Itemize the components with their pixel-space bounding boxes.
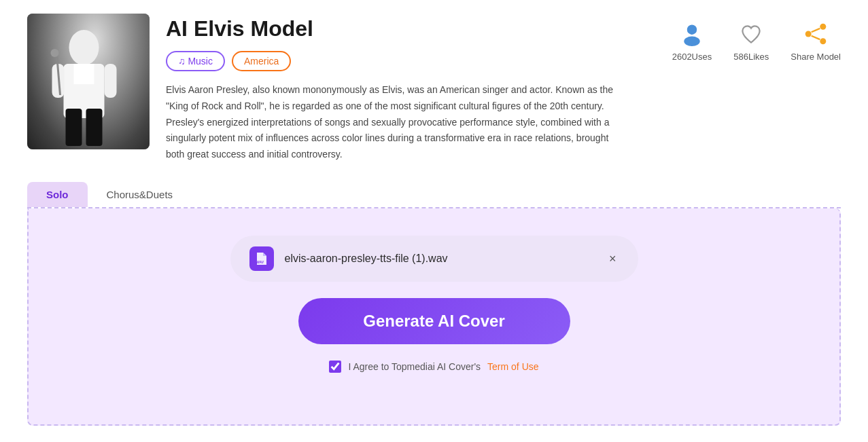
svg-point-8 bbox=[51, 49, 59, 57]
heart-icon bbox=[737, 20, 765, 48]
model-image bbox=[27, 14, 150, 149]
tags-container: ♫ Music America bbox=[166, 51, 656, 71]
main-content: WAV elvis-aaron-presley-tts-file (1).wav… bbox=[27, 208, 841, 426]
tag-music[interactable]: ♫ Music bbox=[166, 51, 225, 71]
uses-stat[interactable]: 2602Uses bbox=[672, 20, 712, 62]
tab-chorus-duets[interactable]: Chorus&Duets bbox=[88, 182, 192, 207]
model-title: AI Elvis Model bbox=[166, 16, 656, 41]
share-label: Share Model bbox=[791, 52, 841, 62]
svg-line-15 bbox=[812, 36, 820, 39]
svg-point-9 bbox=[687, 25, 697, 35]
tab-solo[interactable]: Solo bbox=[27, 182, 88, 207]
svg-point-12 bbox=[820, 38, 826, 44]
stats-section: 2602Uses 586Likes bbox=[672, 14, 841, 62]
file-icon: WAV bbox=[249, 246, 274, 271]
page-container: AI Elvis Model ♫ Music America Elvis Aar… bbox=[0, 0, 868, 439]
svg-point-13 bbox=[805, 31, 812, 37]
svg-point-10 bbox=[684, 37, 699, 46]
terms-link[interactable]: Term of Use bbox=[487, 361, 538, 372]
terms-text: I Agree to Topmediai AI Cover's bbox=[348, 361, 481, 372]
terms-row: I Agree to Topmediai AI Cover's Term of … bbox=[329, 361, 538, 373]
svg-text:WAV: WAV bbox=[256, 260, 264, 264]
terms-checkbox[interactable] bbox=[329, 361, 341, 373]
svg-rect-2 bbox=[74, 64, 94, 84]
model-description: Elvis Aaron Presley, also known mononymo… bbox=[166, 82, 628, 163]
svg-point-0 bbox=[69, 30, 99, 65]
file-name: elvis-aaron-presley-tts-file (1).wav bbox=[285, 253, 595, 265]
generate-ai-cover-button[interactable]: Generate AI Cover bbox=[298, 298, 570, 344]
header-section: AI Elvis Model ♫ Music America Elvis Aar… bbox=[27, 14, 841, 163]
share-icon bbox=[802, 20, 829, 48]
svg-point-11 bbox=[820, 24, 826, 30]
svg-rect-6 bbox=[105, 64, 117, 98]
share-stat[interactable]: Share Model bbox=[791, 20, 841, 62]
svg-line-14 bbox=[812, 29, 820, 32]
svg-rect-4 bbox=[86, 109, 103, 146]
likes-label: 586Likes bbox=[733, 52, 769, 62]
wav-file-icon: WAV bbox=[254, 251, 269, 266]
uses-label: 2602Uses bbox=[672, 52, 712, 62]
person-icon bbox=[678, 20, 706, 48]
close-icon[interactable]: × bbox=[606, 250, 619, 268]
model-info: AI Elvis Model ♫ Music America Elvis Aar… bbox=[166, 14, 656, 163]
tabs-section: Solo Chorus&Duets bbox=[27, 182, 841, 208]
elvis-silhouette bbox=[40, 27, 128, 149]
svg-rect-3 bbox=[66, 109, 82, 146]
tag-america[interactable]: America bbox=[232, 51, 291, 71]
likes-stat[interactable]: 586Likes bbox=[733, 20, 769, 62]
file-display: WAV elvis-aaron-presley-tts-file (1).wav… bbox=[230, 236, 638, 282]
